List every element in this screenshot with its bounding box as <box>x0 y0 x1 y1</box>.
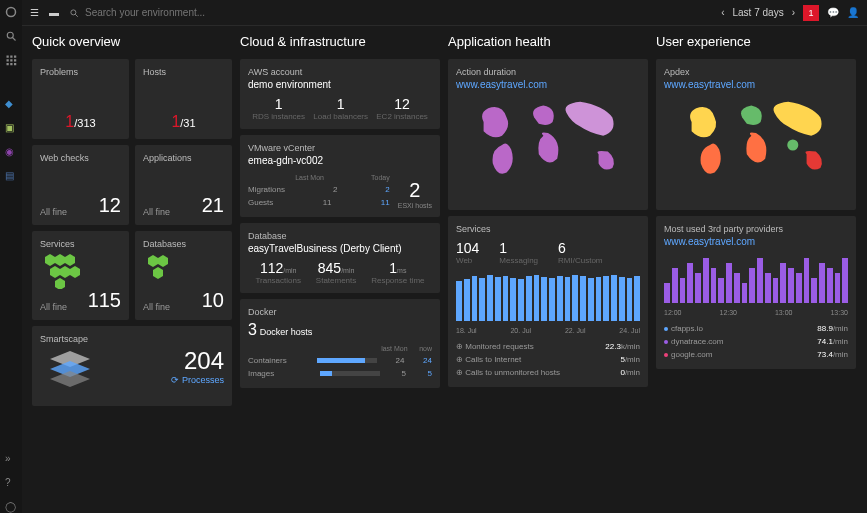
third-party-bar-chart <box>664 253 848 303</box>
time-prev-icon[interactable]: ‹ <box>721 7 724 18</box>
svg-rect-3 <box>7 56 9 58</box>
databases-card[interactable]: Databases All fine10 <box>135 231 232 320</box>
webchecks-card[interactable]: Web checks All fine12 <box>32 145 129 225</box>
svg-point-12 <box>71 9 76 14</box>
user-nav-icon[interactable]: ◯ <box>5 501 17 513</box>
user-icon[interactable]: 👤 <box>847 7 859 18</box>
svg-point-1 <box>7 32 13 38</box>
time-next-icon[interactable]: › <box>792 7 795 18</box>
svg-line-13 <box>75 14 78 17</box>
svg-marker-22 <box>158 255 168 267</box>
svg-marker-14 <box>45 254 55 266</box>
top-bar: ☰ ▬ ‹ Last 7 days › 1 💬 👤 <box>22 0 867 26</box>
column-header-ux: User experience <box>656 34 856 49</box>
search-nav-icon[interactable] <box>5 30 17 42</box>
svg-marker-18 <box>60 266 70 278</box>
svg-marker-17 <box>50 266 60 278</box>
health-services-card[interactable]: Services 104Web 1Messaging 6RMI/Custom 1… <box>448 216 648 387</box>
svg-marker-19 <box>70 266 80 278</box>
nav-icon-4[interactable]: ▤ <box>5 170 17 182</box>
nav-icon-2[interactable]: ▣ <box>5 122 17 134</box>
svg-rect-9 <box>7 63 9 65</box>
services-bar-chart <box>456 271 640 321</box>
apps-icon[interactable] <box>5 54 17 66</box>
svg-point-27 <box>787 139 798 150</box>
smartscape-layers-icon <box>40 346 100 396</box>
svg-marker-21 <box>148 255 158 267</box>
action-duration-card[interactable]: Action duration www.easytravel.com <box>448 59 648 210</box>
smartscape-card[interactable]: Smartscape 204 ⟳ Processes <box>32 326 232 406</box>
comment-icon[interactable]: 💬 <box>827 7 839 18</box>
help-icon[interactable]: ? <box>5 477 17 489</box>
column-header-health: Application health <box>448 34 648 49</box>
expand-icon[interactable]: » <box>5 453 17 465</box>
services-hex-icon <box>40 249 90 289</box>
svg-rect-11 <box>14 63 16 65</box>
column-header-overview: Quick overview <box>32 34 232 49</box>
svg-marker-26 <box>50 371 90 387</box>
world-map-duration <box>456 90 640 200</box>
svg-marker-15 <box>55 254 65 266</box>
svg-point-0 <box>7 8 16 17</box>
services-card[interactable]: Services All fine115 <box>32 231 129 320</box>
world-map-apdex <box>664 90 848 200</box>
database-card[interactable]: Database easyTravelBusiness (Derby Clien… <box>240 223 440 293</box>
svg-marker-20 <box>55 278 65 289</box>
svg-rect-10 <box>10 63 12 65</box>
applications-card[interactable]: Applications All fine21 <box>135 145 232 225</box>
svg-marker-16 <box>65 254 75 266</box>
svg-rect-4 <box>10 56 12 58</box>
databases-hex-icon <box>143 250 183 280</box>
svg-rect-5 <box>14 56 16 58</box>
search-icon <box>69 8 79 18</box>
chat-icon[interactable]: ▬ <box>49 7 59 18</box>
menu-icon[interactable]: ☰ <box>30 7 39 18</box>
svg-rect-8 <box>14 59 16 61</box>
apdex-card[interactable]: Apdex www.easytravel.com <box>656 59 856 210</box>
nav-icon-3[interactable]: ◉ <box>5 146 17 158</box>
svg-rect-7 <box>10 59 12 61</box>
logo-icon[interactable] <box>5 6 17 18</box>
svg-line-2 <box>13 38 16 41</box>
column-header-cloud: Cloud & infrastructure <box>240 34 440 49</box>
svg-marker-23 <box>153 267 163 279</box>
hosts-card[interactable]: Hosts 1/31 <box>135 59 232 139</box>
left-nav-rail: ◆ ▣ ◉ ▤ » ? ◯ <box>0 0 22 513</box>
search-input[interactable] <box>85 7 285 18</box>
docker-card[interactable]: Docker 3 Docker hosts last Monnow Contai… <box>240 299 440 388</box>
svg-rect-6 <box>7 59 9 61</box>
aws-card[interactable]: AWS account demo environment 1RDS instan… <box>240 59 440 129</box>
timeframe-selector[interactable]: Last 7 days <box>733 7 784 18</box>
vmware-card[interactable]: VMware vCenter emea-gdn-vc002 Last MonTo… <box>240 135 440 217</box>
nav-icon-1[interactable]: ◆ <box>5 98 17 110</box>
problems-card[interactable]: Problems 1/313 <box>32 59 129 139</box>
third-party-card[interactable]: Most used 3rd party providers www.easytr… <box>656 216 856 369</box>
alert-badge[interactable]: 1 <box>803 5 819 21</box>
